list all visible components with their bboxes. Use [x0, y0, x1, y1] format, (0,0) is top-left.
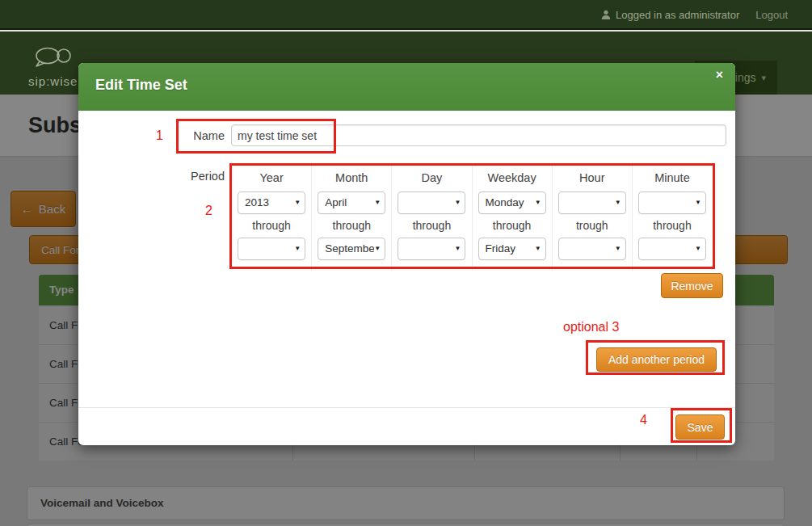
logged-in-status: Logged in as administrator	[601, 9, 739, 21]
period-label: Period	[128, 170, 225, 183]
close-icon[interactable]: ×	[716, 68, 723, 82]
remove-button[interactable]: Remove	[661, 273, 723, 298]
modal-header: Edit Time Set ×	[78, 63, 735, 111]
annotation-box-add-period	[586, 340, 725, 375]
logged-in-text: Logged in as administrator	[616, 9, 739, 21]
annotation-box-name	[176, 119, 336, 154]
topbar: Logged in as administrator Logout	[0, 0, 812, 30]
annotation-step-2: 2	[205, 204, 212, 218]
annotation-box-save	[671, 408, 732, 443]
annotation-step-4: 4	[640, 413, 647, 427]
chevron-down-icon: ▾	[761, 73, 766, 83]
user-icon	[601, 10, 611, 20]
annotation-step-1: 1	[156, 128, 163, 143]
logout-link[interactable]: Logout	[755, 9, 788, 21]
speech-bubbles-icon	[27, 45, 78, 73]
modal-footer: Save	[78, 407, 735, 445]
annotation-step-3: optional 3	[563, 320, 619, 335]
annotation-box-period	[229, 163, 715, 269]
modal-title: Edit Time Set	[95, 77, 187, 94]
